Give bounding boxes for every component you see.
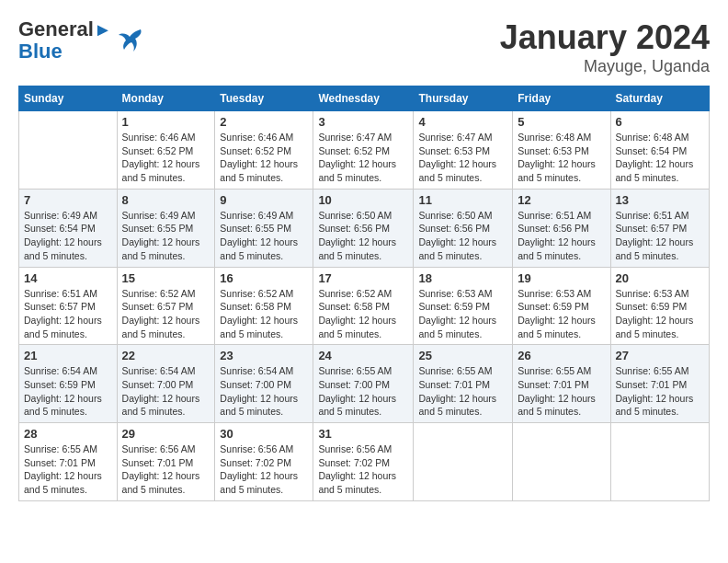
sunrise-text: Sunrise: 6:52 AM — [220, 288, 293, 299]
table-row — [513, 423, 610, 501]
sunrise-text: Sunrise: 6:56 AM — [318, 443, 392, 454]
sunset-text: Sunset: 6:58 PM — [318, 301, 390, 312]
table-row: 6 Sunrise: 6:48 AM Sunset: 6:54 PM Dayli… — [610, 111, 710, 190]
day-number: 15 — [122, 271, 210, 285]
day-info: Sunrise: 6:55 AM Sunset: 7:00 PM Dayligh… — [318, 364, 408, 419]
table-row: 17 Sunrise: 6:52 AM Sunset: 6:58 PM Dayl… — [313, 267, 414, 345]
day-number: 25 — [418, 349, 507, 362]
daylight-text: Daylight: 12 hours and 5 minutes. — [122, 470, 200, 495]
sunset-text: Sunset: 6:57 PM — [24, 301, 96, 312]
col-sunday: Sunday — [19, 86, 118, 111]
day-info: Sunrise: 6:53 AM Sunset: 6:59 PM Dayligh… — [616, 287, 705, 341]
daylight-text: Daylight: 12 hours and 5 minutes. — [24, 236, 102, 261]
daylight-text: Daylight: 12 hours and 5 minutes. — [122, 315, 200, 339]
day-number: 1 — [122, 115, 210, 129]
sunset-text: Sunset: 7:01 PM — [518, 379, 589, 390]
day-number: 13 — [616, 193, 705, 207]
sunset-text: Sunset: 6:59 PM — [518, 301, 589, 312]
daylight-text: Daylight: 12 hours and 5 minutes. — [418, 393, 496, 418]
day-info: Sunrise: 6:55 AM Sunset: 7:01 PM Dayligh… — [418, 364, 507, 419]
daylight-text: Daylight: 12 hours and 5 minutes. — [518, 315, 596, 339]
sunrise-text: Sunrise: 6:51 AM — [616, 210, 689, 221]
day-info: Sunrise: 6:56 AM Sunset: 7:02 PM Dayligh… — [318, 442, 408, 497]
table-row: 13 Sunrise: 6:51 AM Sunset: 6:57 PM Dayl… — [610, 189, 710, 267]
table-row: 20 Sunrise: 6:53 AM Sunset: 6:59 PM Dayl… — [610, 267, 710, 345]
sunrise-text: Sunrise: 6:52 AM — [318, 288, 392, 299]
day-info: Sunrise: 6:53 AM Sunset: 6:59 PM Dayligh… — [518, 287, 605, 341]
calendar-title: January 2024 — [500, 18, 710, 57]
table-row: 28 Sunrise: 6:55 AM Sunset: 7:01 PM Dayl… — [19, 423, 118, 501]
daylight-text: Daylight: 12 hours and 5 minutes. — [318, 158, 396, 183]
table-row: 1 Sunrise: 6:46 AM Sunset: 6:52 PM Dayli… — [117, 111, 215, 190]
sunrise-text: Sunrise: 6:49 AM — [24, 210, 97, 221]
table-row: 25 Sunrise: 6:55 AM Sunset: 7:01 PM Dayl… — [414, 345, 513, 423]
calendar-week-row: 1 Sunrise: 6:46 AM Sunset: 6:52 PM Dayli… — [19, 111, 710, 190]
daylight-text: Daylight: 12 hours and 5 minutes. — [616, 393, 694, 418]
sunrise-text: Sunrise: 6:49 AM — [220, 210, 293, 221]
table-row: 22 Sunrise: 6:54 AM Sunset: 7:00 PM Dayl… — [117, 345, 215, 423]
day-number: 11 — [418, 193, 507, 207]
daylight-text: Daylight: 12 hours and 5 minutes. — [220, 315, 298, 339]
daylight-text: Daylight: 12 hours and 5 minutes. — [318, 393, 396, 418]
table-row: 27 Sunrise: 6:55 AM Sunset: 7:01 PM Dayl… — [610, 345, 710, 423]
daylight-text: Daylight: 12 hours and 5 minutes. — [122, 158, 200, 183]
table-row: 19 Sunrise: 6:53 AM Sunset: 6:59 PM Dayl… — [513, 267, 610, 345]
sunrise-text: Sunrise: 6:46 AM — [220, 132, 293, 143]
logo-blue-text: Blue — [18, 40, 112, 63]
table-row: 10 Sunrise: 6:50 AM Sunset: 6:56 PM Dayl… — [313, 189, 414, 267]
daylight-text: Daylight: 12 hours and 5 minutes. — [518, 393, 596, 418]
day-number: 17 — [318, 271, 408, 285]
sunrise-text: Sunrise: 6:55 AM — [518, 365, 591, 376]
table-row: 4 Sunrise: 6:47 AM Sunset: 6:53 PM Dayli… — [414, 111, 513, 190]
day-info: Sunrise: 6:56 AM Sunset: 7:02 PM Dayligh… — [220, 442, 308, 497]
sunrise-text: Sunrise: 6:54 AM — [24, 365, 97, 376]
day-info: Sunrise: 6:47 AM Sunset: 6:53 PM Dayligh… — [418, 131, 507, 185]
day-number: 24 — [318, 349, 408, 362]
day-info: Sunrise: 6:48 AM Sunset: 6:53 PM Dayligh… — [518, 131, 605, 185]
daylight-text: Daylight: 12 hours and 5 minutes. — [318, 315, 396, 339]
table-row: 24 Sunrise: 6:55 AM Sunset: 7:00 PM Dayl… — [313, 345, 414, 423]
day-info: Sunrise: 6:50 AM Sunset: 6:56 PM Dayligh… — [318, 209, 408, 263]
daylight-text: Daylight: 12 hours and 5 minutes. — [418, 236, 496, 261]
daylight-text: Daylight: 12 hours and 5 minutes. — [616, 158, 694, 183]
day-info: Sunrise: 6:47 AM Sunset: 6:52 PM Dayligh… — [318, 131, 408, 185]
page-header: General► Blue January 2024 Mayuge, Ugand… — [18, 18, 710, 76]
table-row: 23 Sunrise: 6:54 AM Sunset: 7:00 PM Dayl… — [215, 345, 313, 423]
table-row: 7 Sunrise: 6:49 AM Sunset: 6:54 PM Dayli… — [19, 189, 118, 267]
day-number: 7 — [24, 193, 112, 207]
table-row: 31 Sunrise: 6:56 AM Sunset: 7:02 PM Dayl… — [313, 423, 414, 501]
day-info: Sunrise: 6:53 AM Sunset: 6:59 PM Dayligh… — [418, 287, 507, 341]
day-number: 30 — [220, 427, 308, 441]
day-info: Sunrise: 6:52 AM Sunset: 6:57 PM Dayligh… — [122, 287, 210, 341]
day-number: 22 — [122, 349, 210, 362]
table-row — [414, 423, 513, 501]
day-info: Sunrise: 6:56 AM Sunset: 7:01 PM Dayligh… — [122, 442, 210, 497]
day-info: Sunrise: 6:51 AM Sunset: 6:56 PM Dayligh… — [518, 209, 605, 263]
day-number: 14 — [24, 271, 112, 285]
day-number: 28 — [24, 427, 112, 441]
day-number: 5 — [518, 115, 605, 129]
table-row: 11 Sunrise: 6:50 AM Sunset: 6:56 PM Dayl… — [414, 189, 513, 267]
sunset-text: Sunset: 6:59 PM — [24, 379, 96, 390]
sunrise-text: Sunrise: 6:50 AM — [418, 210, 492, 221]
daylight-text: Daylight: 12 hours and 5 minutes. — [220, 236, 298, 261]
day-info: Sunrise: 6:49 AM Sunset: 6:54 PM Dayligh… — [24, 209, 112, 263]
daylight-text: Daylight: 12 hours and 5 minutes. — [220, 470, 298, 495]
day-info: Sunrise: 6:49 AM Sunset: 6:55 PM Dayligh… — [220, 209, 308, 263]
day-number: 2 — [220, 115, 308, 129]
day-number: 6 — [616, 115, 705, 129]
sunset-text: Sunset: 7:02 PM — [220, 457, 291, 468]
sunset-text: Sunset: 6:55 PM — [220, 223, 291, 234]
sunrise-text: Sunrise: 6:56 AM — [220, 443, 293, 454]
day-info: Sunrise: 6:46 AM Sunset: 6:52 PM Dayligh… — [122, 131, 210, 185]
logo-bird-icon — [115, 28, 144, 53]
day-number: 18 — [418, 271, 507, 285]
daylight-text: Daylight: 12 hours and 5 minutes. — [122, 236, 200, 261]
table-row: 5 Sunrise: 6:48 AM Sunset: 6:53 PM Dayli… — [513, 111, 610, 190]
daylight-text: Daylight: 12 hours and 5 minutes. — [122, 393, 200, 418]
sunrise-text: Sunrise: 6:51 AM — [24, 288, 97, 299]
col-monday: Monday — [117, 86, 215, 111]
table-row: 15 Sunrise: 6:52 AM Sunset: 6:57 PM Dayl… — [117, 267, 215, 345]
sunset-text: Sunset: 7:00 PM — [220, 379, 291, 390]
day-number: 4 — [418, 115, 507, 129]
